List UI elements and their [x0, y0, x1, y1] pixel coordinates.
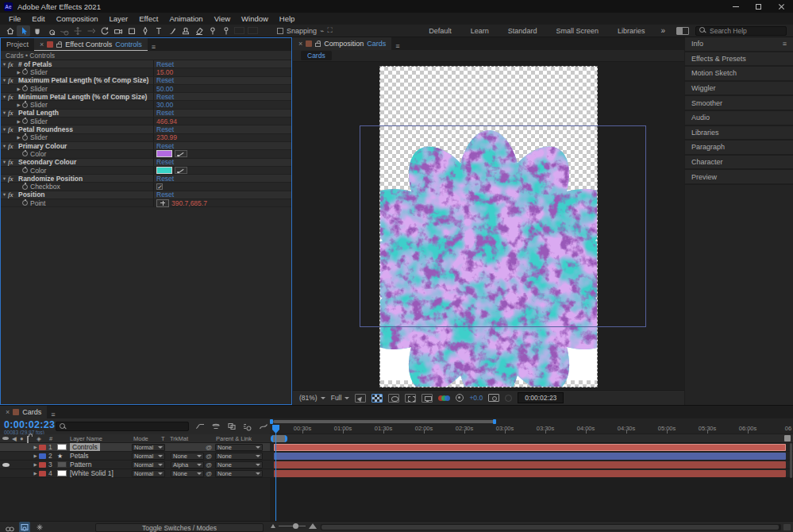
workspace-overflow-icon[interactable]: » — [656, 26, 670, 35]
pickwhip-icon[interactable]: @ — [206, 461, 212, 468]
orbit-camera-tool[interactable] — [57, 25, 71, 37]
current-timecode[interactable]: 0:00:02:23 — [4, 419, 55, 430]
pen-tool[interactable] — [138, 25, 152, 37]
trkmat-dropdown[interactable]: Alpha — [171, 461, 204, 468]
property-value[interactable]: 230.99 — [156, 133, 177, 141]
visibility-toggle[interactable] — [2, 452, 10, 460]
pickwhip-icon[interactable]: @ — [206, 470, 212, 477]
layer-name[interactable]: Petals — [70, 452, 89, 460]
tab-project[interactable]: Project — [1, 38, 34, 51]
eyedropper-icon[interactable] — [175, 150, 187, 157]
roto-brush-tool[interactable] — [206, 25, 219, 37]
property-value[interactable]: 15.00 — [156, 68, 173, 76]
stopwatch-icon[interactable] — [22, 168, 28, 173]
close-tab-icon[interactable]: × — [40, 40, 44, 48]
timeline-zoom-slider[interactable] — [279, 526, 306, 526]
fast-previews-icon[interactable] — [456, 394, 464, 402]
layer-duration-bar[interactable] — [274, 444, 786, 451]
transparency-grid-icon[interactable] — [371, 394, 383, 403]
snap-grid-icon[interactable]: ⛶ — [327, 26, 332, 35]
lock-icon[interactable] — [56, 44, 62, 48]
comp-marker-button[interactable] — [784, 435, 791, 441]
property-value[interactable]: 50.00 — [156, 85, 173, 93]
parent-dropdown[interactable]: None — [215, 444, 263, 451]
preview-monitor-icon[interactable] — [422, 394, 433, 403]
menu-item-animation[interactable]: Animation — [164, 14, 208, 23]
t-column-header[interactable]: T — [161, 435, 165, 442]
property-value[interactable]: 30.00 — [156, 101, 173, 109]
layer-name[interactable]: Pattern — [70, 461, 91, 468]
visibility-eye-icon[interactable] — [2, 463, 10, 467]
brush-tool[interactable] — [165, 25, 179, 37]
composition-viewport[interactable] — [293, 62, 684, 389]
label-color-chip[interactable] — [39, 445, 46, 450]
panel-header-character[interactable]: Character — [685, 156, 793, 171]
layer-duration-bar[interactable] — [274, 470, 786, 477]
mode-dropdown[interactable]: Normal — [132, 453, 165, 460]
pickwhip-icon[interactable]: @ — [206, 444, 212, 451]
selection-tool[interactable] — [17, 25, 30, 37]
camera-tool[interactable] — [111, 25, 125, 37]
menu-item-layer[interactable]: Layer — [104, 14, 134, 23]
workspace-tab-default[interactable]: Default — [419, 27, 461, 35]
mode-column-header[interactable]: Mode — [133, 435, 148, 442]
menu-item-composition[interactable]: Composition — [51, 14, 104, 23]
stopwatch-icon[interactable] — [22, 118, 28, 124]
trkmat-column-header[interactable]: TrkMat — [170, 435, 188, 442]
mini-flowchart-icon[interactable] — [194, 422, 206, 431]
twirl-closed-icon[interactable]: ▶ — [15, 87, 22, 91]
twirl-closed-icon[interactable]: ▶ — [32, 453, 39, 458]
panel-header-paragraph[interactable]: Paragraph — [685, 141, 793, 156]
stopwatch-icon[interactable] — [22, 102, 28, 108]
parent-column-header[interactable]: Parent & Link — [216, 435, 252, 442]
zoom-slider-thumb[interactable] — [293, 523, 298, 529]
twirl-open-icon[interactable]: ▼ — [1, 127, 8, 132]
visibility-toggle[interactable] — [2, 443, 10, 451]
pickwhip-icon[interactable]: @ — [206, 453, 212, 460]
zoom-tool[interactable] — [44, 25, 57, 37]
panel-menu-icon[interactable]: ≡ — [47, 411, 59, 418]
horizontal-scrollbar[interactable] — [321, 524, 781, 530]
property-value[interactable]: 390.7,685.7 — [171, 199, 207, 207]
toggle-switches-modes-button[interactable]: Toggle Switches / Modes — [95, 523, 264, 532]
home-tool[interactable] — [3, 25, 17, 37]
tab-effect-controls[interactable]: × Effect Controls Controls — [34, 38, 148, 51]
layer-switches-toggle-icon[interactable] — [4, 522, 15, 532]
shy-layers-icon[interactable] — [210, 422, 221, 431]
stopwatch-icon[interactable] — [22, 200, 28, 206]
reset-link[interactable]: Reset — [156, 158, 174, 166]
point-icon[interactable] — [156, 199, 169, 207]
twirl-open-icon[interactable]: ▼ — [1, 62, 8, 67]
menu-item-window[interactable]: Window — [236, 14, 274, 23]
twirl-open-icon[interactable]: ▼ — [1, 144, 8, 148]
viewer-timecode[interactable]: 0:00:02:23 — [518, 392, 564, 403]
menu-item-effect[interactable]: Effect — [133, 14, 164, 23]
navigator-bar[interactable] — [273, 420, 495, 423]
clone-stamp-tool[interactable] — [179, 25, 192, 37]
help-search-input[interactable]: Search Help — [695, 26, 787, 36]
panel-header-preview[interactable]: Preview — [685, 170, 793, 185]
snapshot-camera-icon[interactable] — [488, 394, 499, 402]
puppet-pin-tool[interactable] — [219, 25, 233, 37]
eraser-tool[interactable] — [192, 25, 206, 37]
twirl-open-icon[interactable]: ▼ — [1, 176, 8, 181]
maximize-button[interactable] — [747, 0, 770, 13]
mode-dropdown[interactable]: Normal — [132, 444, 165, 451]
reset-link[interactable]: Reset — [156, 109, 174, 117]
reset-link[interactable]: Reset — [156, 191, 174, 199]
magnification-dropdown[interactable]: (81%) — [299, 394, 325, 402]
menu-item-edit[interactable]: Edit — [26, 14, 50, 23]
panel-menu-icon[interactable]: ≡ — [391, 42, 403, 50]
eyedropper-icon[interactable] — [175, 167, 187, 174]
reset-link[interactable]: Reset — [156, 125, 174, 133]
workspace-switcher-icon[interactable] — [676, 27, 689, 35]
timeline-search-input[interactable] — [56, 422, 189, 431]
reset-link[interactable]: Reset — [156, 60, 174, 68]
stopwatch-icon[interactable] — [22, 69, 28, 75]
layer-name-column-header[interactable]: Layer Name — [70, 435, 102, 442]
close-tab-icon[interactable]: × — [6, 408, 10, 416]
stopwatch-icon[interactable] — [22, 184, 28, 190]
time-ruler[interactable]: 00:30s01:00s01:30s02:00s02:30s03:00s03:3… — [270, 424, 793, 434]
panel-resize-grip[interactable] — [783, 524, 791, 530]
menu-item-view[interactable]: View — [209, 14, 236, 23]
